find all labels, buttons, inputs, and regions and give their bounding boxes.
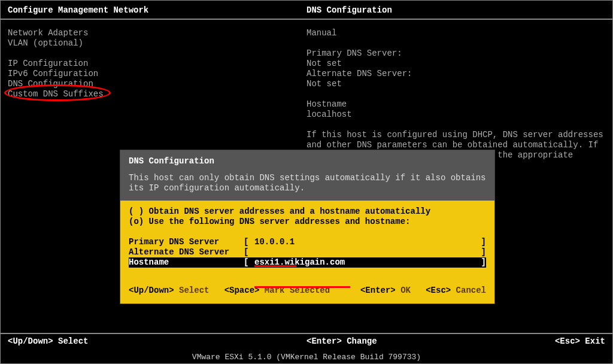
field-label: Hostname bbox=[129, 257, 244, 268]
alternate-dns-field[interactable]: Alternate DNS Server [ ] bbox=[129, 247, 486, 257]
alternate-dns-input[interactable] bbox=[254, 247, 480, 257]
brand-bar: VMware ESXi 5.1.0 (VMKernel Release Buil… bbox=[1, 351, 612, 363]
dns-mode: Manual bbox=[306, 28, 605, 38]
menu-pane: Network Adapters VLAN (optional) IP Conf… bbox=[8, 28, 306, 171]
primary-dns-label: Primary DNS Server: bbox=[306, 48, 605, 59]
primary-dns-input[interactable]: 10.0.0.1 bbox=[254, 237, 480, 247]
hint-esc-action: Exit bbox=[580, 336, 605, 346]
hint-esc-action: Cancel bbox=[451, 286, 486, 295]
header-bar: Configure Management Network DNS Configu… bbox=[1, 1, 612, 20]
panel-title: DNS Configuration bbox=[306, 5, 605, 15]
hint-updown-action: Select bbox=[174, 286, 210, 295]
field-label: Alternate DNS Server bbox=[129, 247, 244, 257]
menu-item-dns-configuration[interactable]: DNS Configuration bbox=[8, 79, 306, 89]
hint-enter-action: OK bbox=[396, 286, 411, 295]
primary-dns-field[interactable]: Primary DNS Server [ 10.0.0.1 ] bbox=[129, 237, 486, 247]
alternate-dns-label: Alternate DNS Server: bbox=[306, 69, 605, 79]
radio-use-following[interactable]: (o) Use the following DNS server address… bbox=[129, 217, 486, 227]
menu-item-ip-configuration[interactable]: IP Configuration bbox=[8, 59, 306, 69]
page-footer: <Up/Down> Select <Enter> Change <Esc> Ex… bbox=[1, 333, 612, 348]
annotation-underline bbox=[254, 265, 296, 267]
hint-enter-key: <Enter> bbox=[306, 336, 342, 346]
dialog-title: DNS Configuration bbox=[129, 156, 486, 166]
field-label: Primary DNS Server bbox=[129, 237, 244, 247]
dns-configuration-dialog: DNS Configuration This host can only obt… bbox=[120, 150, 494, 304]
menu-item-custom-dns-suffixes[interactable]: Custom DNS Suffixes bbox=[8, 89, 306, 99]
hint-esc-key[interactable]: <Esc> bbox=[426, 286, 451, 295]
hint-enter-action: Change bbox=[342, 336, 377, 346]
hint-enter-key[interactable]: <Enter> bbox=[360, 286, 396, 295]
hint-esc-key: <Esc> bbox=[555, 336, 580, 346]
radio-obtain-automatically[interactable]: ( ) Obtain DNS server addresses and a ho… bbox=[129, 207, 486, 217]
menu-item-network-adapters[interactable]: Network Adapters bbox=[8, 28, 306, 38]
info-pane: Manual Primary DNS Server: Not set Alter… bbox=[306, 28, 605, 171]
annotation-underline bbox=[254, 286, 350, 288]
primary-dns-value: Not set bbox=[306, 59, 605, 69]
menu-item-ipv6-configuration[interactable]: IPv6 Configuration bbox=[8, 69, 306, 79]
hint-updown-key: <Up/Down> bbox=[8, 336, 53, 346]
alternate-dns-value: Not set bbox=[306, 79, 605, 89]
page-title: Configure Management Network bbox=[8, 5, 306, 15]
menu-item-vlan[interactable]: VLAN (optional) bbox=[8, 38, 306, 48]
hostname-field[interactable]: Hostname [ esxi1.wikigain.com ] bbox=[129, 257, 486, 268]
dialog-subtitle: This host can only obtain DNS settings a… bbox=[129, 173, 486, 193]
hint-updown-action: Select bbox=[53, 336, 89, 346]
hint-updown-key: <Up/Down> bbox=[129, 286, 174, 295]
hostname-value: localhost bbox=[306, 110, 605, 120]
hostname-label: Hostname bbox=[306, 99, 605, 110]
